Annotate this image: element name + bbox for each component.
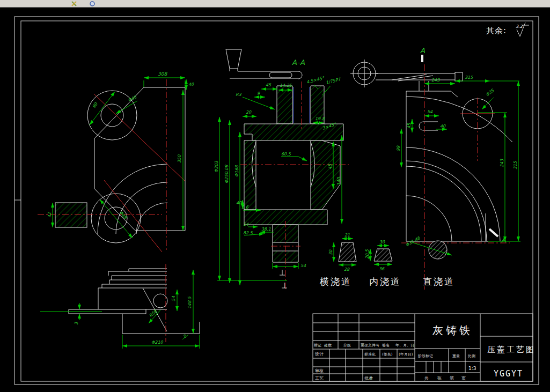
vertical-runner-section [429, 241, 447, 259]
tb-row-process: 工艺 [315, 376, 324, 381]
tb-header-sign: 签名 [382, 343, 390, 347]
tb-header-count: 处数 [324, 343, 332, 347]
section-label: A-A [292, 58, 305, 66]
runner-label-horizontal: 横浇道 [320, 276, 352, 287]
dim-side-depth: 54 [171, 295, 176, 301]
dim-sec-dia-outer: Φ303 [214, 161, 219, 173]
dim-front-offset: 40 [188, 82, 194, 87]
toolbar-strip [0, 0, 550, 7]
dim-right-t315: 315 [465, 75, 473, 80]
surface-note-prefix: 其余: [486, 26, 507, 35]
tb-row-design: 设计 [315, 352, 324, 357]
dim-sec-1425: 14.25 [280, 83, 292, 88]
tb-drawing-title: 压盖工艺图 [487, 345, 536, 354]
help-icon[interactable] [90, 2, 94, 6]
toolbar [0, 0, 550, 8]
tb-weight: 重量 [452, 354, 460, 358]
tb-scale-value: 1:3 [468, 366, 476, 371]
hatched-block [55, 203, 87, 227]
section-mark-top: A [420, 47, 426, 55]
dim-front-width: 308 [158, 71, 167, 77]
dim-sec-198: 19.8 [315, 116, 325, 121]
tb-row-date-hint: (年月日) [399, 352, 413, 357]
tb-stage-mark: 阶段标记 [418, 354, 433, 358]
dim-right-s54: 54 [427, 109, 433, 114]
tb-row-approve: 批准 [364, 376, 373, 381]
dim-right-t243: 243 [431, 78, 440, 83]
dim-right-v243: 243 [500, 159, 504, 167]
dim-sec-hub2: 140 [336, 177, 341, 186]
runner-label-vertical: 直浇道 [423, 276, 455, 287]
dim-sec-45: 45 [266, 83, 272, 87]
tb-sheet-total: 共 [424, 376, 429, 381]
tb-header-mark: 标记 [313, 343, 321, 347]
dim-sec-hub1: 45 [328, 164, 333, 169]
tb-row-review: 审核 [315, 368, 324, 373]
tb-row-standardize: 标准化 [364, 352, 376, 357]
dim-sec-825: 82.5 [243, 231, 253, 235]
tb-header-change-no: 更改文件号 [361, 343, 379, 347]
dim-sec-lip: 20 [246, 110, 252, 115]
dim-runner-i-bottom: 36 [379, 267, 385, 271]
horizontal-runner-section [339, 242, 356, 262]
dim-sec-14: 14 [243, 222, 249, 227]
tb-sheet-zhang: 张 [437, 376, 442, 381]
dim-side-dia: Φ210 [151, 340, 163, 345]
dim-sec-fillet: R3 [236, 92, 242, 97]
dim-right-99: 99 [396, 145, 401, 151]
tb-row-sign-hint: (签名) [382, 352, 393, 357]
tb-header-zone: 分区 [343, 343, 351, 347]
dim-front-block: 42 [47, 212, 52, 218]
tb-drawing-code: YGGYT [494, 369, 523, 379]
runner-label-inner: 内浇道 [369, 276, 401, 287]
dim-side-height: 148.5 [187, 296, 192, 309]
tb-header-date: 年、月、日 [395, 343, 414, 347]
tb-material: 灰铸铁 [432, 324, 473, 337]
inner-runner-section [374, 249, 392, 261]
tb-sheet-page: 页 [461, 376, 466, 381]
tb-scale: 比例 [468, 354, 475, 358]
surface-note-value: 3.2 [516, 24, 523, 29]
dim-runner-i-top: 30 [379, 240, 385, 245]
dim-front-height: 350 [177, 154, 182, 163]
dim-right-s45: 45 [407, 123, 412, 129]
dim-runner-h-height: 30 [328, 249, 333, 255]
cad-canvas[interactable]: 其余: 3.2 308 40 90 Φ45 350 [0, 0, 550, 392]
dim-runner-h-top: 21 [344, 233, 350, 238]
dim-sec-381: 38.1 [261, 227, 271, 232]
dim-right-v315: 315 [513, 161, 518, 169]
dim-sec-bore: 60.5 [281, 152, 291, 157]
dim-sec-leg: 54 [300, 263, 306, 268]
dim-sec-dia-mid: Φ250.08 [224, 165, 229, 183]
dim-runner-h-bottom: 28 [344, 267, 350, 272]
section-mark-bottom: A [501, 236, 507, 244]
tb-sheet-no: 第 [450, 376, 454, 381]
dim-sec-36: 3.6 [241, 205, 249, 210]
dim-right-40: 40 [440, 124, 446, 129]
dim-sec-dia-inner: Φ168 [234, 165, 239, 177]
dim-runner-i-height: 20.5 [365, 249, 370, 259]
